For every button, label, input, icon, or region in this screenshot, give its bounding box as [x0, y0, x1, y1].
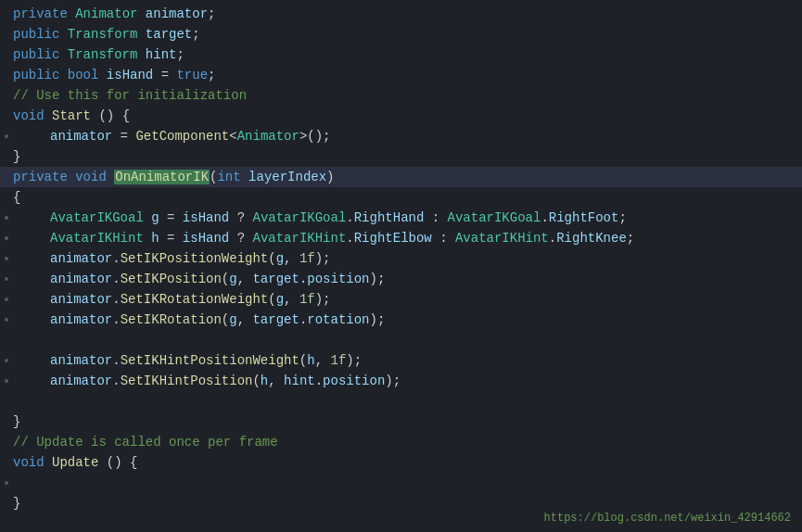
code-line-7: animator = GetComponent<Animator>();	[0, 126, 802, 146]
gutter-14	[0, 277, 13, 281]
gutter-7	[0, 134, 13, 138]
code-line-9: private void OnAnimatorIK(int layerIndex…	[0, 167, 802, 187]
code-line-24	[0, 473, 802, 493]
code-line-3: public Transform hint;	[0, 44, 802, 65]
code-line-10: {	[0, 187, 802, 208]
code-line-23: void Update () {	[0, 452, 802, 473]
code-editor: private Animator animator; public Transf…	[0, 0, 802, 532]
gutter-15	[0, 298, 13, 301]
code-line-11: AvatarIKGoal g = isHand ? AvatarIKGoal.R…	[0, 208, 802, 228]
code-line-4: public bool isHand = true;	[0, 65, 802, 85]
code-line-21: }	[0, 412, 802, 432]
code-line-6: void Start () {	[0, 106, 802, 126]
code-line-8: }	[0, 146, 802, 167]
gutter-18	[0, 359, 13, 362]
code-line-25: }	[0, 493, 802, 513]
gutter-19	[0, 379, 13, 383]
code-line-12: AvatarIKHint h = isHand ? AvatarIKHint.R…	[0, 228, 802, 248]
code-line-18: animator.SetIKHintPositionWeight(h, 1f);	[0, 350, 802, 371]
code-line-15: animator.SetIKRotationWeight(g, 1f);	[0, 289, 802, 310]
code-line-13: animator.SetIKPositionWeight(g, 1f);	[0, 248, 802, 269]
gutter-16	[0, 318, 13, 322]
gutter-11	[0, 216, 13, 220]
code-line-19: animator.SetIKHintPosition(h, hint.posit…	[0, 371, 802, 391]
code-line-1: private Animator animator;	[0, 4, 802, 24]
code-line-22: // Update is called once per frame	[0, 432, 802, 452]
code-line-16: animator.SetIKRotation(g, target.rotatio…	[0, 310, 802, 330]
code-line-14: animator.SetIKPosition(g, target.positio…	[0, 269, 802, 289]
code-line-5: // Use this for initialization	[0, 85, 802, 106]
gutter-13	[0, 257, 13, 260]
code-line-20	[0, 391, 802, 412]
code-line-2: public Transform target;	[0, 24, 802, 44]
gutter-12	[0, 236, 13, 240]
gutter-24	[0, 481, 13, 485]
code-line-17	[0, 330, 802, 350]
watermark-url: https://blog.csdn.net/weixin_42914662	[544, 512, 791, 525]
